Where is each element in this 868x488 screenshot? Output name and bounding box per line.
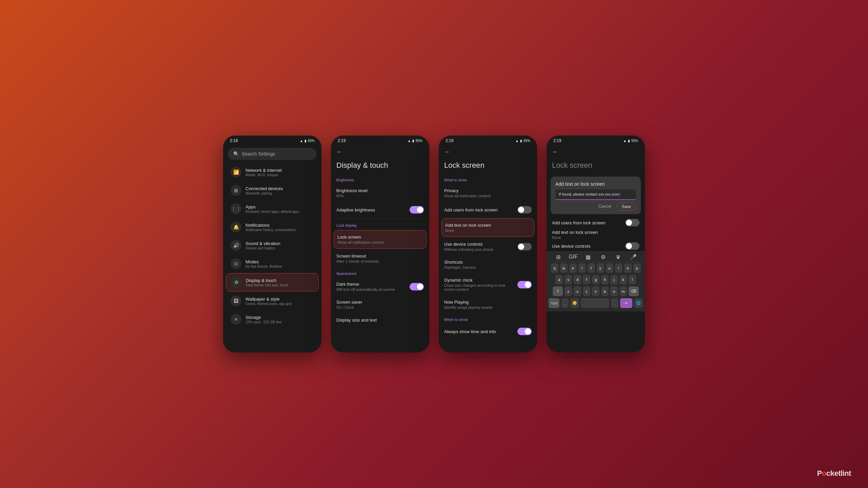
add-text-below-title: Add text on lock screen <box>552 230 598 235</box>
adaptive-brightness-item[interactable]: Adaptive brightness <box>331 202 429 218</box>
key-k[interactable]: k <box>619 275 627 284</box>
add-text-lock-subtitle: None <box>445 228 491 232</box>
settings-item-apps[interactable]: ⋮⋮ Apps Assistant, recent apps, default … <box>226 200 319 218</box>
add-text-below[interactable]: Add text on lock screen None <box>547 228 645 241</box>
save-button[interactable]: Save <box>617 203 636 211</box>
settings-item-storage[interactable]: ≡ Storage 12% used · 225 GB free <box>226 310 319 328</box>
key-globe[interactable]: 🌐 <box>634 298 643 308</box>
time-1: 2:18 <box>230 138 238 143</box>
key-space[interactable] <box>581 298 609 308</box>
dark-theme-item[interactable]: Dark theme Will turn off automatically a… <box>331 278 429 296</box>
dynamic-clock-toggle[interactable] <box>517 281 532 288</box>
adaptive-brightness-toggle[interactable] <box>410 206 424 214</box>
emoji-tool-mic[interactable]: 🎤 <box>629 254 638 260</box>
add-users-lock-toggle[interactable] <box>517 206 532 214</box>
now-playing-item[interactable]: Now Playing Identify songs playing nearb… <box>439 296 537 313</box>
key-w[interactable]: w <box>560 263 568 273</box>
settings-item-sound[interactable]: 🔊 Sound & vibration Volume and haptics <box>226 237 319 254</box>
back-button-4[interactable]: ← <box>552 148 558 156</box>
add-users-below-toggle[interactable] <box>625 219 639 226</box>
network-title: Network & internet <box>245 168 314 173</box>
lock-screen-item[interactable]: Lock screen Show all notification conten… <box>334 230 427 249</box>
key-j[interactable]: j <box>610 275 618 284</box>
use-device-controls-toggle[interactable] <box>517 243 532 250</box>
add-text-lock-title: Add text on lock screen <box>445 223 491 228</box>
search-bar[interactable]: 🔍 Search Settings <box>228 148 317 160</box>
key-shift[interactable]: ⇧ <box>553 286 563 296</box>
settings-item-display[interactable]: ⚙ Display & touch Dark theme, font size,… <box>226 273 319 291</box>
battery-pct-4: 55% <box>631 139 638 143</box>
key-backspace[interactable]: ⌫ <box>629 286 639 296</box>
back-button-2[interactable]: ← <box>336 148 342 156</box>
always-show-item[interactable]: Always show time and info <box>439 324 537 339</box>
settings-item-notifications[interactable]: 🔔 Notifications Notification history, co… <box>226 218 319 236</box>
add-users-lock-item[interactable]: Add users from lock screen <box>439 202 537 218</box>
dark-theme-toggle[interactable] <box>410 283 424 290</box>
key-z[interactable]: z <box>565 286 572 296</box>
key-s[interactable]: s <box>565 275 572 284</box>
display-touch-title: Display & touch <box>331 158 429 174</box>
key-d[interactable]: d <box>574 275 581 284</box>
key-numbers[interactable]: ?123 <box>549 298 559 308</box>
key-c[interactable]: c <box>583 286 590 296</box>
add-text-lock-item[interactable]: Add text on lock screen None <box>441 218 534 237</box>
display-size-item[interactable]: Display size and text <box>331 313 429 327</box>
key-f[interactable]: f <box>583 275 590 284</box>
key-e[interactable]: e <box>569 263 577 273</box>
lock-screen-title: Lock screen <box>439 158 537 174</box>
privacy-item[interactable]: Privacy Show all notification content <box>439 184 537 202</box>
key-o[interactable]: o <box>624 263 632 273</box>
back-button-3[interactable]: ← <box>444 148 450 156</box>
phone-3: 2:19 ▲ ▮ 55% ← Lock screen What to show … <box>439 136 537 352</box>
emoji-tool-table[interactable]: ▦ <box>584 254 593 260</box>
use-device-below[interactable]: Use device controls <box>547 241 645 251</box>
key-q[interactable]: q <box>551 263 558 273</box>
key-b[interactable]: b <box>601 286 609 296</box>
brightness-level-item[interactable]: Brightness level 65% <box>331 184 429 202</box>
key-h[interactable]: h <box>601 275 609 284</box>
settings-item-connected[interactable]: ⊞ Connected devices Bluetooth, pairing <box>226 182 319 199</box>
screen-timeout-item[interactable]: Screen timeout After 1 minute of inactiv… <box>331 249 429 267</box>
key-r[interactable]: r <box>578 263 586 273</box>
always-show-toggle[interactable] <box>517 328 532 335</box>
key-m[interactable]: m <box>619 286 627 296</box>
key-v[interactable]: v <box>592 286 599 296</box>
key-enter[interactable]: ↵ <box>620 298 632 308</box>
key-emoji-face[interactable]: 😊 <box>570 298 579 308</box>
modes-title: Modes <box>245 259 314 264</box>
settings-item-network[interactable]: 📶 Network & internet Mobile, Wi-Fi, hots… <box>226 163 319 181</box>
dialog-input[interactable]: If found, please contact xxx.xxx.xxxx <box>555 189 636 200</box>
key-y[interactable]: y <box>597 263 604 273</box>
emoji-tool-gif[interactable]: GIF <box>568 254 578 260</box>
key-l[interactable]: l <box>629 275 636 284</box>
use-device-below-toggle[interactable] <box>625 242 639 250</box>
key-g[interactable]: g <box>592 275 599 284</box>
key-comma[interactable]: , <box>561 298 569 308</box>
always-show-title: Always show time and info <box>444 329 496 334</box>
key-p[interactable]: p <box>633 263 641 273</box>
screen-saver-item[interactable]: Screen saver On / Clock <box>331 296 429 313</box>
shortcuts-item[interactable]: Shortcuts Flashlight, Camera <box>439 256 537 273</box>
emoji-tool-gear[interactable]: ⚙ <box>598 254 608 260</box>
dynamic-clock-item[interactable]: Dynamic clock Clock size changes accordi… <box>439 273 537 296</box>
settings-item-modes[interactable]: ⊙ Modes Do Not Disturb, Bedtime <box>226 255 319 272</box>
dynamic-clock-title: Dynamic clock <box>444 278 517 283</box>
key-t[interactable]: t <box>588 263 595 273</box>
lock-display-label: Lock display <box>331 219 429 229</box>
connected-icon: ⊞ <box>231 185 241 196</box>
appearance-label: Appearance <box>331 267 429 278</box>
settings-item-wallpaper[interactable]: 🖼 Wallpaper & style Colors, themed icons… <box>226 292 319 310</box>
modes-subtitle: Do Not Disturb, Bedtime <box>245 265 314 268</box>
use-device-controls-item[interactable]: Use device controls Without unlocking yo… <box>439 238 537 256</box>
add-users-below[interactable]: Add users from lock screen <box>547 217 645 228</box>
key-x[interactable]: x <box>574 286 581 296</box>
emoji-tool-star[interactable]: ♛ <box>613 254 623 260</box>
key-period[interactable]: . <box>611 298 618 308</box>
emoji-tool-grid[interactable]: ⊞ <box>553 254 563 260</box>
dark-theme-title: Dark theme <box>336 282 395 287</box>
key-a[interactable]: a <box>555 275 563 284</box>
key-n[interactable]: n <box>610 286 618 296</box>
cancel-button[interactable]: Cancel <box>596 203 614 211</box>
key-u[interactable]: u <box>606 263 613 273</box>
key-i[interactable]: i <box>615 263 623 273</box>
